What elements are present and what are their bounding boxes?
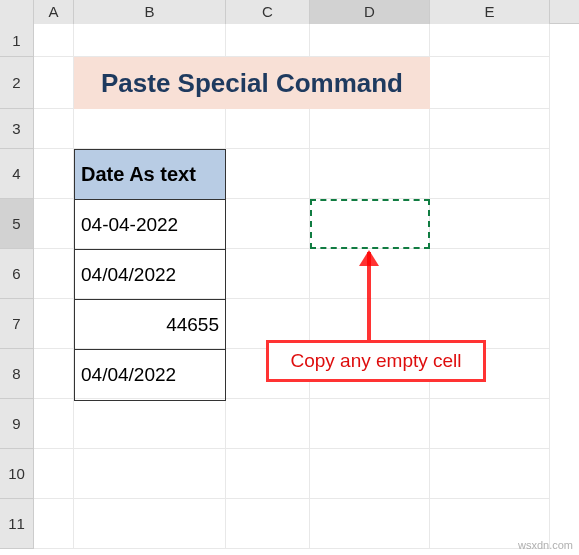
cell-A11[interactable] (34, 499, 74, 549)
cell-A2[interactable] (34, 57, 74, 109)
row-header-4[interactable]: 4 (0, 149, 34, 199)
cell-B11[interactable] (74, 499, 226, 549)
select-all-corner[interactable] (0, 0, 34, 24)
cell-C6[interactable] (226, 249, 310, 299)
cell-E1[interactable] (430, 24, 550, 57)
cell-A10[interactable] (34, 449, 74, 499)
cell-A1[interactable] (34, 24, 74, 57)
cell-A4[interactable] (34, 149, 74, 199)
cell-C9[interactable] (226, 399, 310, 449)
table-header[interactable]: Date As text (75, 150, 225, 200)
cell-A9[interactable] (34, 399, 74, 449)
marching-ants-selection[interactable] (310, 199, 430, 249)
cell-C5[interactable] (226, 199, 310, 249)
annotation-arrow (367, 252, 371, 350)
row-headers: 1 2 3 4 5 6 7 8 9 10 11 (0, 24, 34, 549)
col-header-E[interactable]: E (430, 0, 550, 24)
cell-B3[interactable] (74, 109, 226, 149)
cell-D9[interactable] (310, 399, 430, 449)
cell-E4[interactable] (430, 149, 550, 199)
row-header-10[interactable]: 10 (0, 449, 34, 499)
row-header-7[interactable]: 7 (0, 299, 34, 349)
col-header-D[interactable]: D (310, 0, 430, 24)
cell-A8[interactable] (34, 349, 74, 399)
title-banner: Paste Special Command (74, 57, 430, 109)
cell-D4[interactable] (310, 149, 430, 199)
col-header-C[interactable]: C (226, 0, 310, 24)
row-header-11[interactable]: 11 (0, 499, 34, 549)
cell-A6[interactable] (34, 249, 74, 299)
cell-C3[interactable] (226, 109, 310, 149)
watermark: wsxdn.com (518, 539, 573, 551)
cell-B1[interactable] (74, 24, 226, 57)
table-row[interactable]: 04-04-2022 (75, 200, 225, 250)
row-header-2[interactable]: 2 (0, 57, 34, 109)
cell-E9[interactable] (430, 399, 550, 449)
cell-A7[interactable] (34, 299, 74, 349)
row-header-5[interactable]: 5 (0, 199, 34, 249)
spreadsheet-grid: A B C D E 1 2 3 4 5 6 7 8 9 10 11 Paste … (0, 0, 579, 555)
cell-D3[interactable] (310, 109, 430, 149)
row-header-9[interactable]: 9 (0, 399, 34, 449)
data-table: Date As text 04-04-2022 04/04/2022 44655… (74, 149, 226, 401)
cell-E6[interactable] (430, 249, 550, 299)
row-header-3[interactable]: 3 (0, 109, 34, 149)
annotation-callout: Copy any empty cell (266, 340, 486, 382)
cell-E2[interactable] (430, 57, 550, 109)
table-row[interactable]: 44655 (75, 300, 225, 350)
cell-D11[interactable] (310, 499, 430, 549)
cell-C1[interactable] (226, 24, 310, 57)
cell-C4[interactable] (226, 149, 310, 199)
cell-C11[interactable] (226, 499, 310, 549)
col-header-A[interactable]: A (34, 0, 74, 24)
cell-A5[interactable] (34, 199, 74, 249)
row-header-1[interactable]: 1 (0, 24, 34, 57)
cell-E10[interactable] (430, 449, 550, 499)
cell-B10[interactable] (74, 449, 226, 499)
cell-E5[interactable] (430, 199, 550, 249)
row-header-8[interactable]: 8 (0, 349, 34, 399)
cell-D1[interactable] (310, 24, 430, 57)
cell-C10[interactable] (226, 449, 310, 499)
cell-D10[interactable] (310, 449, 430, 499)
cells-area: Paste Special Command Date As text 04-04… (34, 24, 579, 555)
column-headers: A B C D E (0, 0, 579, 24)
cell-E3[interactable] (430, 109, 550, 149)
cell-A3[interactable] (34, 109, 74, 149)
table-row[interactable]: 04/04/2022 (75, 350, 225, 400)
col-header-B[interactable]: B (74, 0, 226, 24)
cell-B9[interactable] (74, 399, 226, 449)
table-row[interactable]: 04/04/2022 (75, 250, 225, 300)
row-header-6[interactable]: 6 (0, 249, 34, 299)
